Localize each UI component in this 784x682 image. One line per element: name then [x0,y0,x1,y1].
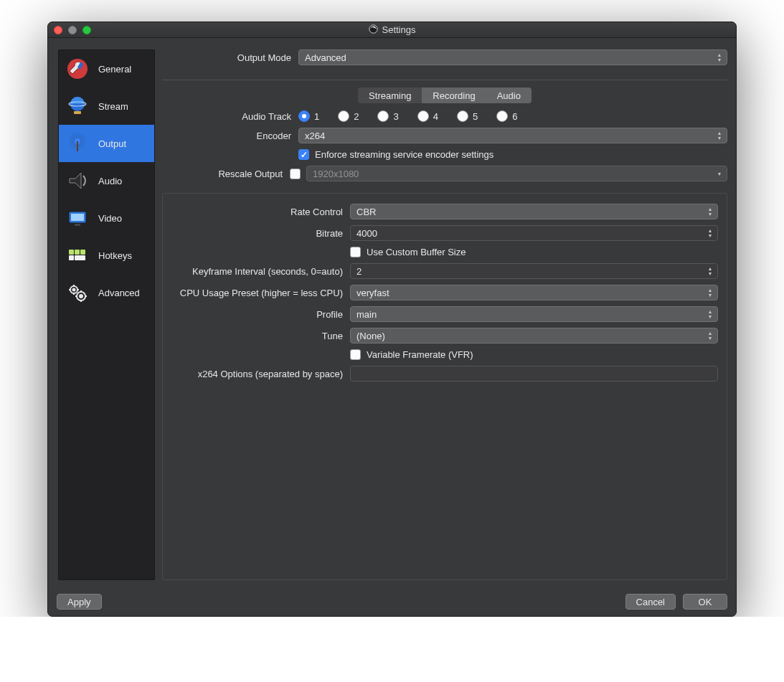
sidebar-item-general[interactable]: General [59,50,154,87]
gears-advanced-icon [63,278,92,307]
audio-track-radios: 1 2 3 4 5 6 [298,110,517,122]
output-mode-select[interactable]: Advanced ▲▼ [298,49,727,65]
enforce-encoder-checkbox[interactable] [298,149,309,160]
settings-window: Settings General Stream Outp [47,22,737,617]
footer: Apply Cancel OK [48,587,736,616]
globe-stream-icon [63,92,92,120]
tab-recording[interactable]: Recording [422,87,486,103]
chevron-updown-icon: ▲▼ [706,206,714,217]
bitrate-input[interactable]: 4000 ▲▼ [350,225,718,241]
encoder-settings-panel: Rate Control CBR ▲▼ Bitrate 4000 ▲▼ [162,193,727,580]
svg-rect-9 [77,141,78,151]
rescale-output-label: Rescale Output [162,169,290,179]
audio-track-6[interactable]: 6 [496,110,517,122]
svg-point-19 [73,289,75,291]
rate-control-select[interactable]: CBR ▲▼ [350,204,718,219]
rescale-output-value: 1920x1080 [313,169,359,179]
svg-rect-16 [69,255,74,260]
encoder-value: x264 [305,131,325,141]
divider [162,80,727,80]
apply-button[interactable]: Apply [57,594,102,610]
window-close-button[interactable] [54,26,62,34]
audio-track-label: Audio Track [162,111,298,122]
svg-rect-14 [75,250,80,255]
wrench-icon [63,55,92,83]
ok-button[interactable]: OK [683,594,727,610]
audio-track-3[interactable]: 3 [377,110,398,122]
titlebar: Settings [48,22,736,38]
obs-logo-icon [369,24,378,37]
rate-control-label: Rate Control [171,207,350,217]
svg-rect-5 [74,111,81,114]
speaker-audio-icon [63,166,92,195]
main-panel: Output Mode Advanced ▲▼ Streaming Record… [162,49,727,580]
output-mode-value: Advanced [305,52,346,63]
keyboard-hotkeys-icon [63,241,92,270]
monitor-video-icon [63,204,92,232]
encoder-select[interactable]: x264 ▲▼ [298,128,727,143]
cpu-preset-select[interactable]: veryfast ▲▼ [350,285,718,300]
tab-audio[interactable]: Audio [486,87,532,103]
tune-label: Tune [171,331,350,341]
output-tabs: Streaming Recording Audio [162,87,727,103]
audio-track-5[interactable]: 5 [457,110,478,122]
tab-streaming[interactable]: Streaming [358,87,422,103]
output-mode-label: Output Mode [162,52,298,63]
audio-track-2[interactable]: 2 [338,110,359,122]
chevron-updown-icon: ▲▼ [706,308,714,320]
profile-select[interactable]: main ▲▼ [350,306,718,322]
sidebar-item-label: Stream [98,101,128,112]
svg-rect-11 [71,214,84,221]
sidebar-item-label: General [98,64,131,75]
bitrate-label: Bitrate [171,228,350,239]
audio-track-4[interactable]: 4 [417,110,438,122]
keyframe-value: 2 [356,266,362,277]
keyframe-label: Keyframe Interval (seconds, 0=auto) [171,266,350,277]
tune-select[interactable]: (None) ▲▼ [350,328,718,344]
chevron-down-icon: ▾ [715,168,724,179]
chevron-updown-icon: ▲▼ [715,52,724,63]
svg-rect-13 [69,250,74,255]
x264-options-input[interactable] [350,366,718,382]
cpu-preset-value: veryfast [356,288,389,298]
stepper-updown-icon[interactable]: ▲▼ [706,265,714,277]
sidebar-item-label: Advanced [98,288,140,298]
rate-control-value: CBR [356,207,376,217]
profile-value: main [356,309,377,320]
sidebar-item-label: Video [98,213,122,224]
custom-buffer-checkbox[interactable] [350,247,361,257]
antenna-output-icon [63,129,92,158]
rescale-output-select[interactable]: 1920x1080 ▾ [306,166,727,181]
window-minimize-button[interactable] [68,26,77,34]
svg-rect-15 [80,250,85,255]
tune-value: (None) [356,331,385,341]
sidebar-item-video[interactable]: Video [59,199,154,237]
vfr-checkbox[interactable] [350,349,361,360]
sidebar-item-hotkeys[interactable]: Hotkeys [59,237,154,274]
chevron-updown-icon: ▲▼ [706,330,714,341]
keyframe-input[interactable]: 2 ▲▼ [350,263,718,279]
svg-point-21 [80,295,82,298]
vfr-label: Variable Framerate (VFR) [367,349,473,360]
sidebar-item-audio[interactable]: Audio [59,162,154,199]
rescale-output-checkbox[interactable] [290,169,301,179]
enforce-encoder-label: Enforce streaming service encoder settin… [315,149,493,160]
bitrate-value: 4000 [356,228,377,239]
custom-buffer-label: Use Custom Buffer Size [367,247,466,257]
sidebar-item-stream[interactable]: Stream [59,87,154,125]
sidebar-item-advanced[interactable]: Advanced [59,274,154,311]
sidebar-item-label: Output [98,138,126,149]
stepper-updown-icon[interactable]: ▲▼ [706,227,714,239]
chevron-updown-icon: ▲▼ [715,130,724,141]
profile-label: Profile [171,309,350,320]
sidebar-item-label: Hotkeys [98,250,132,261]
svg-rect-17 [75,255,85,260]
sidebar-item-output[interactable]: Output [59,125,154,162]
cancel-button[interactable]: Cancel [625,594,676,610]
window-maximize-button[interactable] [82,26,91,34]
audio-track-1[interactable]: 1 [298,110,319,122]
svg-rect-12 [75,224,80,226]
encoder-label: Encoder [162,131,298,141]
chevron-updown-icon: ▲▼ [706,287,714,298]
sidebar: General Stream Output Audio [58,49,155,580]
